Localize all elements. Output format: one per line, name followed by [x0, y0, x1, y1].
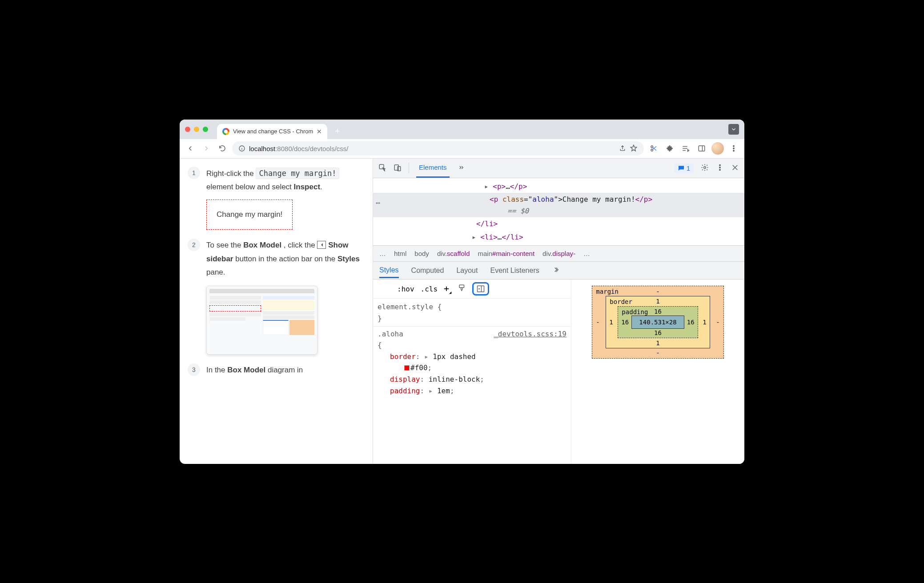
svg-point-12: [719, 167, 720, 168]
text: pane.: [206, 268, 225, 276]
more-tabs-icon[interactable]: [457, 164, 465, 173]
close-devtools-icon[interactable]: [731, 164, 739, 173]
svg-rect-15: [477, 286, 484, 292]
dom-tree[interactable]: ▸ <p>…</p> <p class="aloha">Change my ma…: [373, 178, 744, 246]
content-area: 1 Right-click the Change my margin! elem…: [180, 159, 744, 464]
breadcrumb-item: div.scaffold: [437, 250, 470, 257]
dom-equals-dollar: == $0: [507, 207, 529, 215]
share-icon[interactable]: [619, 145, 626, 152]
chrome-favicon: [222, 128, 229, 135]
subtab-styles[interactable]: Styles: [379, 266, 399, 278]
color-swatch[interactable]: [404, 365, 410, 371]
toolbar: localhost:8080/docs/devtools/css/: [180, 139, 744, 159]
styles-area: :hov .cls +◢ element.style { } .aloh: [373, 280, 744, 463]
url-port: :8080: [275, 145, 292, 152]
profile-avatar[interactable]: [711, 142, 724, 155]
step-3: 3 In the Box Model diagram in: [188, 363, 362, 377]
traffic-lights: [185, 127, 208, 132]
subtab-layout[interactable]: Layout: [456, 267, 478, 275]
more-subtabs-icon[interactable]: [552, 266, 560, 276]
dom-tag: <p>: [493, 182, 506, 191]
box-padding[interactable]: padding 16 16 16 16 140.531×28: [618, 306, 698, 338]
svg-point-11: [719, 164, 720, 165]
docs-pane: 1 Right-click the Change my margin! elem…: [180, 159, 373, 464]
svg-rect-14: [459, 285, 464, 288]
demo-element[interactable]: Change my margin!: [206, 200, 293, 230]
svg-rect-8: [394, 165, 398, 170]
address-bar[interactable]: localhost:8080/docs/devtools/css/: [232, 141, 644, 156]
cls-toggle[interactable]: .cls: [421, 285, 438, 293]
minimize-window[interactable]: [194, 127, 199, 132]
dom-selected-row[interactable]: <p class="aloha">Change my margin!</p> =…: [373, 193, 744, 217]
bold-text: Inspect: [294, 183, 321, 191]
styles-filter-bar: :hov .cls +◢: [373, 280, 571, 299]
breadcrumb-item: div.display-: [542, 250, 575, 257]
text: button in the action bar on the: [235, 255, 337, 263]
styles-filter-input[interactable]: [378, 285, 391, 293]
step-number: 2: [188, 239, 200, 251]
device-toggle-icon[interactable]: [394, 164, 402, 173]
reload-button[interactable]: [216, 142, 229, 155]
box-margin[interactable]: margin - - - - border 1 1 1 1: [592, 286, 723, 359]
back-button[interactable]: [184, 142, 197, 155]
breadcrumb-item: body: [414, 250, 429, 257]
box-border[interactable]: border 1 1 1 1 padding 16 16 16: [606, 296, 710, 348]
hov-toggle[interactable]: :hov: [397, 285, 414, 293]
text: In the: [206, 366, 227, 374]
breadcrumb-overflow[interactable]: …: [379, 250, 386, 257]
close-window[interactable]: [185, 127, 190, 132]
issues-count: 1: [687, 164, 690, 172]
forward-button[interactable]: [200, 142, 213, 155]
subtab-computed[interactable]: Computed: [411, 267, 444, 275]
devtools-pane: Elements 1 ▸ <p>…</p> <p class="aloha: [373, 159, 744, 464]
breadcrumb-overflow[interactable]: …: [583, 250, 590, 257]
tab-title: View and change CSS - Chrom: [233, 128, 313, 135]
svg-rect-3: [699, 146, 705, 151]
browser-tab[interactable]: View and change CSS - Chrom ✕: [217, 124, 327, 139]
screenshot-thumbnail: [206, 286, 317, 355]
inspect-icon[interactable]: [378, 164, 386, 173]
svg-point-5: [733, 148, 734, 149]
box-content[interactable]: 140.531×28: [631, 315, 684, 329]
bold-text: Styles: [337, 255, 360, 263]
breadcrumb-item: html: [394, 250, 406, 257]
close-tab-icon[interactable]: ✕: [317, 128, 322, 135]
playlist-icon[interactable]: [679, 142, 692, 155]
panel-tab-elements[interactable]: Elements: [416, 159, 450, 178]
issues-badge[interactable]: 1: [674, 164, 694, 173]
paint-brush-icon[interactable]: [458, 284, 466, 294]
bold-text: Box Model: [227, 366, 265, 374]
step-number: 1: [188, 167, 200, 179]
kebab-menu-icon[interactable]: [727, 142, 740, 155]
step-2: 2 To see the Box Model , click the Show …: [188, 239, 362, 355]
extensions-icon[interactable]: [663, 142, 676, 155]
new-rule-button[interactable]: +◢: [444, 283, 451, 295]
settings-gear-icon[interactable]: [701, 164, 709, 173]
bookmark-star-icon[interactable]: [630, 144, 638, 152]
svg-point-4: [733, 146, 734, 147]
step-number: 3: [188, 363, 200, 376]
dom-breadcrumb[interactable]: … html body div.scaffold main#main-conte…: [373, 246, 744, 262]
text: diagram in: [268, 366, 303, 374]
tabs-overflow-button[interactable]: [728, 124, 739, 135]
maximize-window[interactable]: [203, 127, 208, 132]
styles-subtabs: Styles Computed Layout Event Listeners: [373, 262, 744, 280]
source-link[interactable]: _devtools.scss:19: [494, 328, 566, 340]
text: .: [320, 183, 322, 191]
svg-point-10: [704, 166, 706, 168]
devtools-toolbar: Elements 1: [373, 159, 744, 178]
scissors-icon[interactable]: [647, 142, 660, 155]
new-tab-button[interactable]: ＋: [333, 125, 341, 136]
show-sidebar-button[interactable]: [472, 282, 489, 295]
text: , click the: [284, 241, 317, 249]
devtools-kebab-icon[interactable]: [716, 164, 724, 173]
bold-text: Box Model: [243, 241, 281, 249]
css-rules[interactable]: element.style { } .aloha _devtools.scss:…: [373, 299, 571, 399]
box-model-pane: margin - - - - border 1 1 1 1: [571, 280, 744, 463]
side-panel-icon[interactable]: [695, 142, 708, 155]
breadcrumb-item: main#main-content: [478, 250, 535, 257]
info-icon: [238, 145, 245, 152]
text: To see the: [206, 241, 243, 249]
subtab-event-listeners[interactable]: Event Listeners: [490, 267, 539, 275]
step-1: 1 Right-click the Change my margin! elem…: [188, 167, 362, 230]
